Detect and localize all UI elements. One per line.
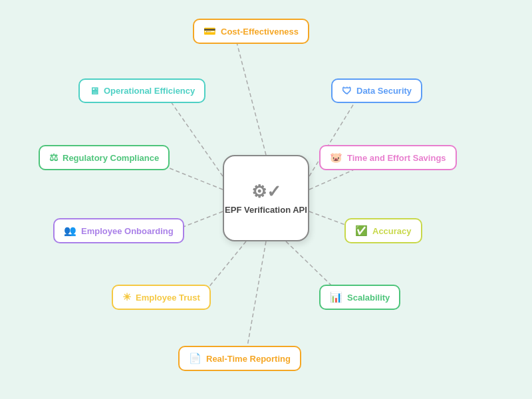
diagram-container: ⚙✓ EPF Verification API 💳 Cost-Effective… (0, 0, 532, 399)
node-realtime: 📄 Real-Time Reporting (178, 346, 301, 371)
data-security-icon: 🛡 (342, 85, 352, 96)
accuracy-icon: ✅ (355, 225, 368, 237)
employee-trust-icon: ☀ (122, 291, 131, 303)
node-accuracy: ✅ Accuracy (344, 218, 422, 243)
node-onboarding: 👥 Employee Onboarding (53, 218, 184, 243)
svg-line-9 (245, 241, 266, 361)
center-label: EPF Verification API (225, 205, 307, 215)
accuracy-label: Accuracy (372, 226, 412, 236)
realtime-label: Real-Time Reporting (206, 354, 291, 364)
data-security-label: Data Security (356, 86, 412, 96)
node-time: 🐷 Time and Effort Savings (319, 145, 457, 170)
node-employee-trust: ☀ Employee Trust (112, 285, 211, 310)
center-node: ⚙✓ EPF Verification API (223, 155, 309, 241)
node-regulatory: ⚖ Regulatory Compliance (39, 145, 170, 170)
node-operational: 🖥 Operational Efficiency (78, 78, 205, 103)
cost-label: Cost-Effectiveness (221, 27, 299, 37)
regulatory-icon: ⚖ (49, 152, 58, 164)
realtime-icon: 📄 (189, 352, 201, 364)
center-icon: ⚙✓ (251, 182, 281, 202)
employee-trust-label: Employee Trust (136, 293, 200, 303)
scalability-label: Scalability (347, 293, 390, 303)
node-cost: 💳 Cost-Effectiveness (193, 19, 309, 44)
node-scalability: 📊 Scalability (319, 285, 400, 310)
onboarding-icon: 👥 (64, 225, 76, 237)
operational-label: Operational Efficiency (104, 86, 195, 96)
scalability-icon: 📊 (330, 291, 342, 303)
svg-line-0 (236, 40, 266, 155)
svg-line-1 (166, 95, 223, 176)
time-icon: 🐷 (330, 152, 342, 164)
time-label: Time and Effort Savings (347, 153, 446, 163)
node-data-security: 🛡 Data Security (331, 78, 422, 103)
operational-icon: 🖥 (89, 85, 99, 96)
regulatory-label: Regulatory Compliance (63, 153, 159, 163)
onboarding-label: Employee Onboarding (81, 226, 174, 236)
cost-icon: 💳 (203, 25, 216, 37)
